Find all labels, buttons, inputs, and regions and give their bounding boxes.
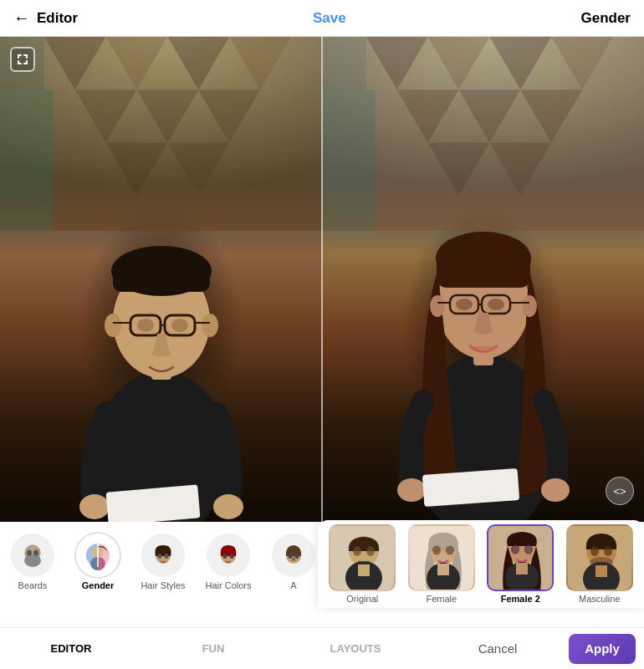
gender-icon [76,534,120,577]
tool-gender[interactable]: Gender [65,529,130,595]
svg-rect-48 [322,37,366,89]
svg-text:A: A [291,555,296,563]
svg-rect-115 [595,565,607,577]
svg-rect-10 [0,89,53,231]
tools-row: Beards [0,522,326,599]
back-button[interactable]: ← [13,8,37,28]
svg-point-105 [513,547,518,553]
gender-thumb-female [408,524,475,591]
image-comparison-area: <> [0,37,644,522]
svg-rect-16 [113,267,210,292]
swap-button[interactable]: <> [606,477,634,505]
female-person-figure [375,79,592,522]
svg-rect-65 [422,468,519,507]
right-photo-bg: <> [322,37,644,522]
svg-point-83 [223,554,227,559]
svg-point-26 [79,494,110,519]
gender-option-original[interactable]: Original [325,524,400,604]
svg-point-61 [456,299,473,310]
tab-layouts[interactable]: LAYOUTS [284,628,427,669]
svg-rect-30 [18,54,19,59]
editor-title: Editor [37,10,78,27]
svg-point-24 [137,319,154,332]
male-person-figure [61,104,262,522]
svg-rect-94 [358,564,370,576]
gender-thumb-original [329,524,396,591]
header-left: ← Editor [13,8,78,28]
comparison-divider [321,37,323,522]
svg-rect-53 [437,254,530,288]
svg-rect-36 [26,60,28,64]
tool-hair-colors[interactable]: Hair Colors [196,529,261,595]
app-header: ← Editor Save Gender [0,0,644,37]
svg-rect-47 [322,89,375,231]
svg-point-63 [397,478,426,502]
masculine-option-label: Masculine [579,594,621,604]
svg-rect-108 [516,563,528,575]
more-icon: A [272,534,315,577]
svg-point-97 [432,546,441,555]
svg-point-112 [590,546,599,556]
svg-rect-34 [18,60,19,64]
hair-colors-label: Hair Colors [205,580,251,590]
svg-point-80 [158,554,162,559]
beards-icon [11,534,54,577]
svg-point-69 [33,550,38,556]
expand-button[interactable] [10,47,35,72]
svg-rect-100 [437,564,449,575]
hair-styles-icon [141,534,185,577]
svg-point-68 [27,550,32,556]
gender-option-female[interactable]: Female [404,524,479,604]
svg-point-98 [446,546,454,555]
svg-rect-32 [26,54,28,59]
svg-point-18 [202,314,218,337]
svg-point-106 [526,547,531,553]
right-image-panel: <> [322,37,644,522]
beards-label: Beards [18,580,48,590]
tool-beards[interactable]: Beards [0,529,65,595]
svg-point-92 [366,546,375,556]
svg-point-62 [488,299,504,310]
gender-thumb-masculine [566,524,633,591]
right-panel-title: Gender [580,10,631,27]
more-label: A [290,580,296,590]
toolbar-content: Beards [0,522,644,627]
left-photo-bg [0,37,322,522]
svg-point-84 [230,554,234,559]
female2-option-label: Female 2 [501,594,540,604]
hair-styles-label: Hair Styles [141,580,185,590]
gender-option-masculine[interactable]: Masculine [562,524,637,604]
left-image-panel [0,37,322,522]
gender-option-female2[interactable]: Female 2 [483,524,558,604]
svg-point-55 [522,295,537,317]
svg-point-17 [105,314,121,337]
svg-point-113 [604,546,612,556]
gender-options-panel: Original [326,522,644,627]
svg-point-81 [165,554,169,559]
tool-hair-styles[interactable]: Hair Styles [130,529,196,595]
tool-icons-area: Beards [0,522,326,627]
cancel-button[interactable]: Cancel [427,641,569,656]
tool-more[interactable]: A A [261,529,326,595]
svg-point-91 [353,546,361,556]
svg-point-25 [171,319,188,332]
hair-colors-icon [207,534,250,577]
svg-point-54 [430,295,445,317]
gender-label: Gender [82,580,115,590]
original-option-label: Original [346,594,378,604]
apply-button[interactable]: Apply [569,634,636,664]
svg-point-64 [541,478,570,502]
gender-popup: Original [318,520,644,608]
tab-editor[interactable]: EDITOR [0,628,142,669]
svg-point-27 [213,494,243,519]
bottom-tabs: EDITOR FUN LAYOUTS Cancel Apply [0,627,644,669]
bottom-toolbar: Beards [0,522,644,669]
gender-thumb-female2 [487,524,554,591]
female-option-label: Female [426,594,457,604]
save-button[interactable]: Save [313,10,346,27]
tab-fun[interactable]: FUN [142,628,284,669]
